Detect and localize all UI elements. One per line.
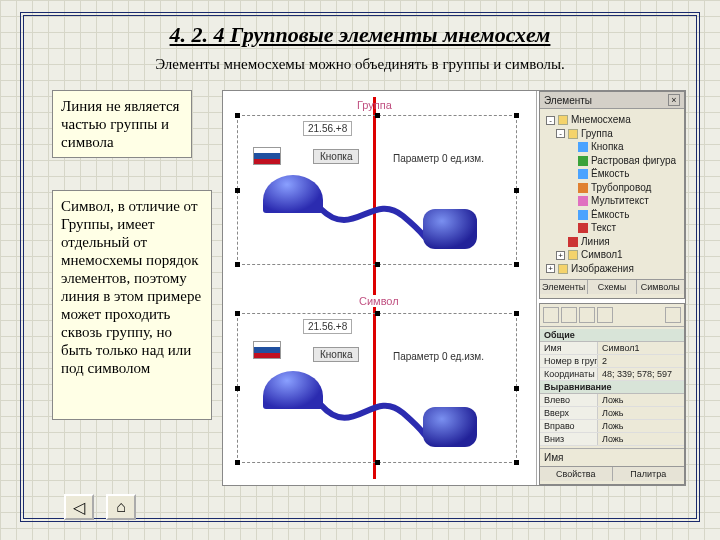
tank-bottom[interactable] xyxy=(423,407,477,447)
page-subtitle: Элементы мнемосхемы можно объединять в г… xyxy=(0,56,720,73)
property-row[interactable]: ИмяСимвол1 xyxy=(540,342,684,355)
props-section-layout: Выравнивание xyxy=(540,381,684,394)
tab-schemas[interactable]: Схемы xyxy=(588,280,636,294)
toolbar-button[interactable] xyxy=(665,307,681,323)
prev-slide-button[interactable]: ◁ xyxy=(64,494,94,520)
tab-symbols[interactable]: Символы xyxy=(637,280,684,294)
tree-item[interactable]: Растровая фигура xyxy=(546,154,680,168)
pipe-bottom xyxy=(223,291,537,491)
property-row[interactable]: ВверхЛожь xyxy=(540,407,684,420)
close-icon[interactable]: × xyxy=(668,94,680,106)
properties-toolbar xyxy=(540,304,684,327)
triangle-left-icon: ◁ xyxy=(73,498,85,517)
tree-item[interactable]: +Символ1 xyxy=(546,248,680,262)
properties-panel: Общие ИмяСимвол1Номер в группе2Координат… xyxy=(539,303,685,485)
home-button[interactable]: ⌂ xyxy=(106,494,136,520)
elements-panel-titlebar[interactable]: Элементы × xyxy=(540,92,684,109)
tree-item[interactable]: Текст xyxy=(546,221,680,235)
props-section-general: Общие xyxy=(540,329,684,342)
properties-grid: Общие ИмяСимвол1Номер в группе2Координат… xyxy=(540,327,684,448)
tree-item[interactable]: -Мнемосхема xyxy=(546,113,680,127)
pipe-top xyxy=(223,91,537,291)
property-row[interactable]: ВнизЛожь xyxy=(540,433,684,446)
toolbar-button[interactable] xyxy=(543,307,559,323)
properties-bottom-tabs: Свойства Палитра xyxy=(540,466,684,481)
property-row[interactable]: ВправоЛожь xyxy=(540,420,684,433)
tab-elements[interactable]: Элементы xyxy=(540,280,588,294)
toolbar-button[interactable] xyxy=(597,307,613,323)
toolbar-button[interactable] xyxy=(579,307,595,323)
tab-palette[interactable]: Палитра xyxy=(613,467,685,481)
elements-panel-tabs: Элементы Схемы Символы xyxy=(540,279,684,294)
page-title: 4. 2. 4 Групповые элементы мнемосхем xyxy=(0,22,720,48)
elements-panel: Элементы × -Мнемосхема-ГруппаКнопкаРастр… xyxy=(539,91,685,299)
slide-nav: ◁ ⌂ xyxy=(64,494,136,520)
tree-item[interactable]: Кнопка xyxy=(546,140,680,154)
callout-symbol-note: Символ, в отличие от Группы, имеет отдел… xyxy=(52,190,212,420)
toolbar-button[interactable] xyxy=(561,307,577,323)
tab-properties[interactable]: Свойства xyxy=(540,467,613,481)
tree-item[interactable]: Мультитекст xyxy=(546,194,680,208)
tree-item[interactable]: Ёмкость xyxy=(546,167,680,181)
elements-tree[interactable]: -Мнемосхема-ГруппаКнопкаРастровая фигура… xyxy=(540,109,684,279)
tree-item[interactable]: Линия xyxy=(546,235,680,249)
property-row[interactable]: Номер в группе2 xyxy=(540,355,684,368)
tree-item[interactable]: Ёмкость xyxy=(546,208,680,222)
elements-panel-title: Элементы xyxy=(544,95,592,106)
property-row[interactable]: ВлевоЛожь xyxy=(540,394,684,407)
tree-item[interactable]: Трубопровод xyxy=(546,181,680,195)
home-icon: ⌂ xyxy=(116,498,126,516)
tree-item[interactable]: +Изображения xyxy=(546,262,680,276)
tank-top[interactable] xyxy=(423,209,477,249)
mnemoscheme-canvas[interactable]: Группа Символ 21.56.+8 Кнопка Параметр 0… xyxy=(223,91,537,485)
editor-screenshot: Группа Символ 21.56.+8 Кнопка Параметр 0… xyxy=(222,90,686,486)
tree-item[interactable]: -Группа xyxy=(546,127,680,141)
property-row[interactable]: Координаты48; 339; 578; 597 xyxy=(540,368,684,381)
props-footer-label: Имя xyxy=(544,452,563,463)
props-footer: Имя xyxy=(540,448,684,466)
callout-line-note: Линия не является частью группы и символ… xyxy=(52,90,192,158)
